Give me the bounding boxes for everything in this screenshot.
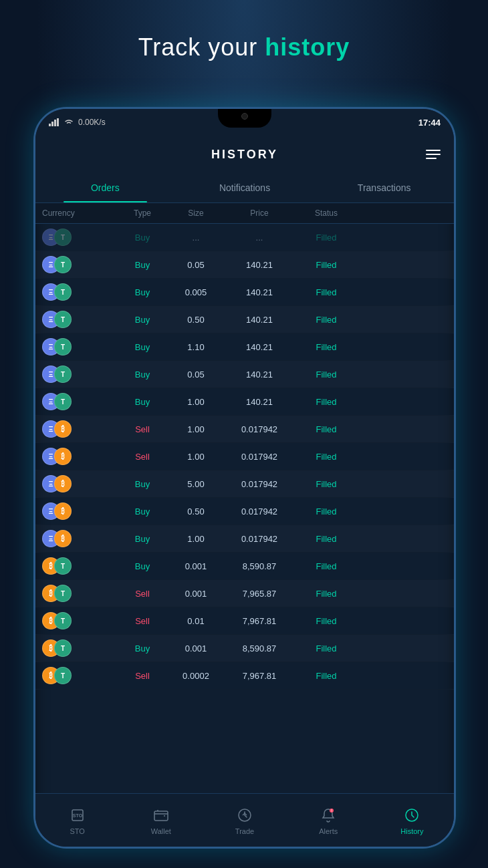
svg-rect-1 xyxy=(51,122,53,126)
coin2-icon: T xyxy=(54,229,72,246)
order-type: Buy xyxy=(116,479,169,489)
nav-trade-label: Trade xyxy=(235,827,254,835)
order-type: Sell xyxy=(116,616,169,626)
order-size: 1.10 xyxy=(169,342,223,352)
table-row[interactable]: Ξ T Buy ... ... Filled xyxy=(35,224,454,251)
table-row[interactable]: ₿ T Sell 0.0002 7,967.81 Filled xyxy=(35,662,454,690)
currency-pair: Ξ T xyxy=(42,338,116,355)
order-size: 0.001 xyxy=(169,589,223,599)
order-type: Buy xyxy=(116,397,169,407)
tab-transactions[interactable]: Transactions xyxy=(314,173,454,202)
order-price: 0.017942 xyxy=(223,479,296,489)
order-size: 5.00 xyxy=(169,479,223,489)
order-size: 0.001 xyxy=(169,643,223,654)
table-row[interactable]: Ξ ₿ Sell 1.00 0.017942 Filled xyxy=(35,416,454,443)
order-size: ... xyxy=(169,233,223,243)
order-status: Filled xyxy=(296,589,356,599)
speed-text: 0.00K/s xyxy=(78,118,106,127)
currency-pair: Ξ ₿ xyxy=(42,530,116,547)
table-row[interactable]: ₿ T Sell 0.01 7,967.81 Filled xyxy=(35,607,454,635)
order-size: 0.05 xyxy=(169,260,223,270)
order-status: Filled xyxy=(296,561,356,571)
currency-pair: Ξ T xyxy=(42,229,116,246)
coin2-icon: ₿ xyxy=(54,530,72,547)
table-row[interactable]: ₿ T Buy 0.001 8,590.87 Filled xyxy=(35,553,454,580)
order-price: 7,967.81 xyxy=(223,616,296,626)
coin2-icon: ₿ xyxy=(54,420,72,438)
order-status: Filled xyxy=(296,287,356,297)
header-prefix: Track your xyxy=(138,33,265,61)
order-size: 0.01 xyxy=(169,616,223,626)
tab-notifications[interactable]: Notifications xyxy=(175,173,315,202)
app-header: HISTORY xyxy=(35,136,454,173)
nav-sto-label: STO xyxy=(70,827,84,835)
order-type: Buy xyxy=(116,507,169,517)
nav-alerts[interactable]: ! Alerts xyxy=(287,806,370,835)
order-size: 0.50 xyxy=(169,507,223,517)
order-status: Filled xyxy=(296,479,356,489)
order-type: Sell xyxy=(116,671,169,681)
table-row[interactable]: Ξ T Buy 0.50 140.21 Filled xyxy=(35,306,454,333)
coin2-icon: T xyxy=(54,557,72,575)
order-status: Filled xyxy=(296,507,356,517)
col-currency: Currency xyxy=(42,208,116,218)
currency-pair: ₿ T xyxy=(42,667,116,684)
table-row[interactable]: Ξ ₿ Sell 1.00 0.017942 Filled xyxy=(35,443,454,470)
table-row[interactable]: Ξ T Buy 0.05 140.21 Filled xyxy=(35,251,454,279)
table-row[interactable]: ₿ T Buy 0.001 8,590.87 Filled xyxy=(35,635,454,662)
table-row[interactable]: Ξ T Buy 1.00 140.21 Filled xyxy=(35,388,454,416)
coin2-icon: ₿ xyxy=(54,502,72,520)
coin2-icon: T xyxy=(54,612,72,629)
order-type: Buy xyxy=(116,315,169,325)
hamburger-button[interactable] xyxy=(426,150,441,159)
order-type: Buy xyxy=(116,561,169,571)
table-body[interactable]: Ξ T Buy ... ... Filled Ξ T Buy 0.05 140.… xyxy=(35,224,454,815)
trade-icon xyxy=(235,806,254,825)
col-size: Size xyxy=(169,208,223,218)
order-size: 1.00 xyxy=(169,452,223,462)
nav-trade[interactable]: Trade xyxy=(203,806,286,835)
order-status: Filled xyxy=(296,260,356,270)
hamburger-line-2 xyxy=(426,154,441,155)
table-row[interactable]: Ξ T Buy 1.10 140.21 Filled xyxy=(35,333,454,361)
camera-dot xyxy=(241,113,248,120)
col-price: Price xyxy=(223,208,296,218)
currency-pair: Ξ T xyxy=(42,311,116,328)
tab-bar: Orders Notifications Transactions xyxy=(35,173,454,203)
table-row[interactable]: Ξ T Buy 0.005 140.21 Filled xyxy=(35,279,454,306)
signal-icon xyxy=(49,118,59,126)
status-bar: 0.00K/s 17:44 xyxy=(35,109,454,136)
col-status: Status xyxy=(296,208,356,218)
currency-pair: Ξ ₿ xyxy=(42,420,116,438)
sto-icon: STO xyxy=(68,806,87,825)
currency-pair: ₿ T xyxy=(42,639,116,657)
tab-orders[interactable]: Orders xyxy=(35,173,175,202)
table-header: Currency Type Size Price Status xyxy=(35,203,454,224)
table-row[interactable]: Ξ T Buy 0.05 140.21 Filled xyxy=(35,361,454,388)
history-icon xyxy=(402,806,421,825)
coin2-icon: T xyxy=(54,639,72,657)
order-size: 0.005 xyxy=(169,287,223,297)
order-size: 1.00 xyxy=(169,424,223,434)
currency-pair: Ξ ₿ xyxy=(42,448,116,465)
currency-pair: Ξ T xyxy=(42,393,116,410)
order-status: Filled xyxy=(296,424,356,434)
nav-alerts-label: Alerts xyxy=(319,827,338,835)
wifi-icon xyxy=(64,118,74,126)
order-size: 0.05 xyxy=(169,370,223,380)
col-type: Type xyxy=(116,208,169,218)
currency-pair: ₿ T xyxy=(42,612,116,629)
table-row[interactable]: Ξ ₿ Buy 1.00 0.017942 Filled xyxy=(35,525,454,553)
notch xyxy=(218,109,271,128)
table-row[interactable]: ₿ T Sell 0.001 7,965.87 Filled xyxy=(35,580,454,607)
order-size: 0.001 xyxy=(169,561,223,571)
order-price: 7,965.87 xyxy=(223,589,296,599)
table-row[interactable]: Ξ ₿ Buy 5.00 0.017942 Filled xyxy=(35,470,454,498)
svg-text:STO: STO xyxy=(72,813,82,818)
nav-wallet[interactable]: Wallet xyxy=(119,806,203,835)
nav-sto[interactable]: STO STO xyxy=(35,806,119,835)
app-title: HISTORY xyxy=(211,148,278,162)
bottom-nav: STO STO Wallet xyxy=(35,793,454,847)
nav-history[interactable]: History xyxy=(370,806,454,835)
table-row[interactable]: Ξ ₿ Buy 0.50 0.017942 Filled xyxy=(35,498,454,525)
